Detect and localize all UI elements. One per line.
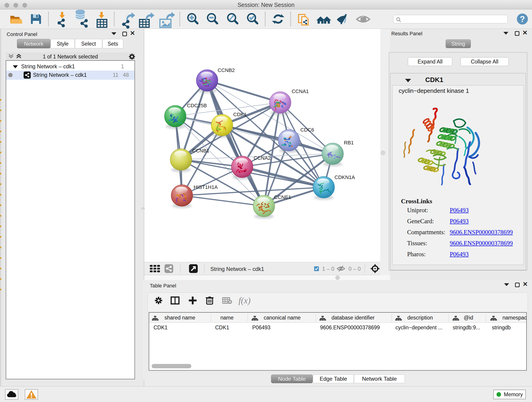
svg-text:CDC25B: CDC25B [187,103,207,108]
svg-text:CCNA1: CCNA1 [292,89,309,94]
svg-text:0 – 0: 0 – 0 [348,266,361,272]
svg-text:CDKN1A: CDKN1A [335,174,355,180]
svg-text:CCNB1: CCNB1 [192,148,209,153]
svg-text:CDC6: CDC6 [300,127,314,133]
svg-text:1 – 0: 1 – 0 [322,266,334,272]
svg-text:RB1: RB1 [344,140,354,146]
svg-text:CCNE1: CCNE1 [274,194,291,200]
svg-text:f(x): f(x) [239,296,251,306]
svg-text:HIST1H1A: HIST1H1A [194,184,218,190]
svg-text:CCNB2: CCNB2 [218,67,235,73]
svg-text:?: ? [520,14,525,24]
svg-text:CCNA2: CCNA2 [254,155,271,161]
svg-text:CDK1: CDK1 [233,112,247,117]
